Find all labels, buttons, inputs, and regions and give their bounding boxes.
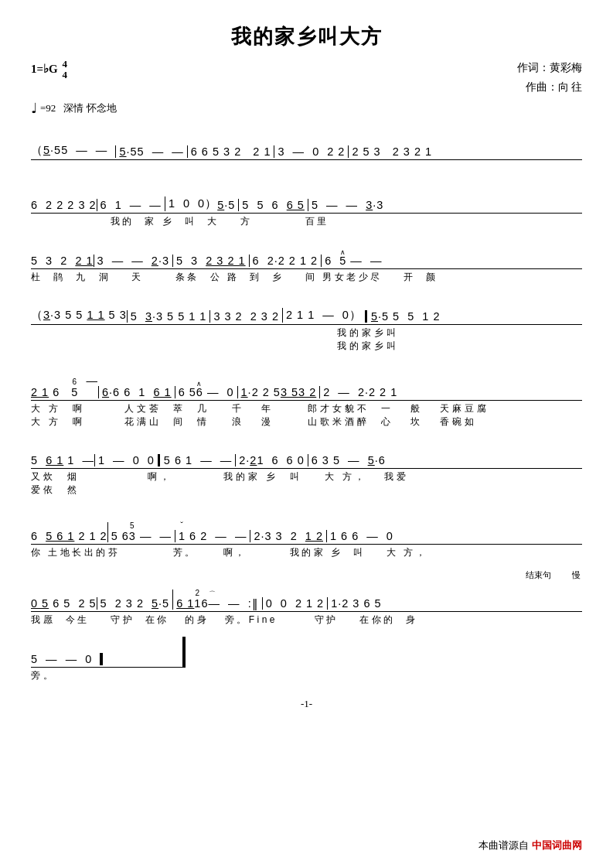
- footer-text: 本曲谱源自: [478, 839, 529, 853]
- notation-1: （5·55 — — 5·55 — — 6 6 5 3 2 2 1 3 — 0 2…: [31, 129, 582, 160]
- lyric-7: 你 土地长出的芬 芳。 啊， 我的家 乡 叫 大 方，: [31, 545, 582, 567]
- score-row-5: 2 1 6 6 5 — 6·6 6 1 6 1 6 5 6∧ — 0 1·2 2…: [31, 362, 582, 436]
- score-row-9: 5 — — 0 旁。: [31, 637, 582, 690]
- tempo-row: ♩ =92 深情 怀念地: [31, 100, 582, 117]
- footer-site: 中国词曲网: [532, 839, 582, 853]
- page: 我的家乡叫大方 1=♭G 4 4 作词：黄彩梅 作曲：向 往 ♩ =92 深情 …: [0, 0, 613, 868]
- composer: 作曲：向 往: [517, 77, 582, 97]
- tempo-value: =92: [40, 102, 56, 114]
- lyric-4: 我的家乡叫 我的家乡叫: [31, 325, 582, 360]
- notation-6: 5 6 1 1 — 1 — 0 0 5 6 1 — — 2·2 1 6 6 0 …: [31, 438, 582, 469]
- score-row-2: 6 2 2 2 3 2 6 1 — — 1 0 0）5·5 5 5 6 6 5 …: [31, 183, 582, 236]
- key-signature: 1=♭G 4 4: [31, 58, 67, 80]
- tempo-description: 深情 怀念地: [63, 101, 116, 115]
- notation-4: （3·3 5 5 1 1 5 3 5 3·3 5 5 1 1 3 3 2 2 3…: [31, 294, 582, 325]
- notation-5: 2 1 6 6 5 — 6·6 6 1 6 1 6 5 6∧ — 0 1·2 2…: [31, 362, 582, 401]
- notation-9: 5 — — 0: [31, 637, 186, 668]
- jieshuju: 结束句 慢: [526, 569, 581, 581]
- page-number: -1-: [31, 698, 582, 710]
- score-row-7: 6 5 6 1 2 1 2 5 6 5 3 — — 1ˇ 6 2 — — 2·3…: [31, 506, 582, 567]
- song-title: 我的家乡叫大方: [31, 23, 582, 50]
- lyric-9: 旁。: [31, 668, 582, 690]
- notation-8: 0 5 6 5 2 5 5 2 3 2 5·5 6 1 2 1 6⌒ — — :…: [31, 581, 582, 612]
- score-row-6: 5 6 1 1 — 1 — 0 0 5 6 1 — — 2·2 1 6 6 0 …: [31, 438, 582, 504]
- footer: 本曲谱源自 中国词曲网: [478, 839, 582, 853]
- meta-left: 1=♭G 4 4: [31, 58, 67, 80]
- lyric-5: 大 方 啊 人文荟 萃 几 千 年 郎才女貌不 一 般 天麻豆腐 大 方 啊 花…: [31, 401, 582, 436]
- score-row-4: （3·3 5 5 1 1 5 3 5 3·3 5 5 1 1 3 3 2 2 3…: [31, 294, 582, 360]
- lyric-8: 我愿 今生 守护 在你 的身 旁。Fine 守护 在你的 身: [31, 612, 582, 634]
- lyric-1: [31, 160, 582, 180]
- lyric-3: 杜 鹃 九 洞 天 条条 公 路 到 乡 间 男女老少尽 开 颜: [31, 269, 582, 292]
- lyric-2: 我的 家 乡 叫 大 方 百里: [31, 214, 582, 236]
- notation-2: 6 2 2 2 3 2 6 1 — — 1 0 0）5·5 5 5 6 6 5 …: [31, 183, 582, 214]
- notation-3: 5 3 2 2 1 3 — — 2·3 5 3 2 3 2 1 6 2·2 2 …: [31, 238, 582, 269]
- score-row-1: （5·55 — — 5·55 — — 6 6 5 3 2 2 1 3 — 0 2…: [31, 129, 582, 180]
- sheet-music: （5·55 — — 5·55 — — 6 6 5 3 2 2 1 3 — 0 2…: [31, 129, 582, 690]
- lyric-6: 又炊 烟 啊， 我的家 乡 叫 大 方， 我爱 爱依 然: [31, 469, 582, 504]
- score-row-8: 结束句 慢 0 5 6 5 2 5 5 2 3 2 5·5 6 1 2 1 6⌒…: [31, 569, 582, 634]
- score-row-3: 5 3 2 2 1 3 — — 2·3 5 3 2 3 2 1 6 2·2 2 …: [31, 238, 582, 292]
- notation-7: 6 5 6 1 2 1 2 5 6 5 3 — — 1ˇ 6 2 — — 2·3…: [31, 506, 582, 545]
- meta-row: 1=♭G 4 4 作词：黄彩梅 作曲：向 往: [31, 58, 582, 97]
- meta-right: 作词：黄彩梅 作曲：向 往: [517, 58, 582, 97]
- time-signature: 4 4: [60, 61, 67, 76]
- lyricist: 作词：黄彩梅: [517, 58, 582, 77]
